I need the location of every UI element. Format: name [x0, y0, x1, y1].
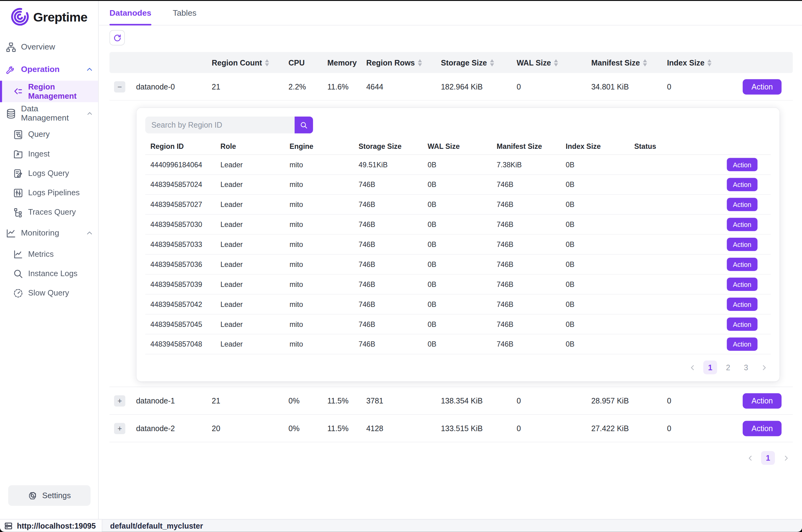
storage-size-cell: 746B [354, 300, 422, 308]
engine-cell: mito [284, 320, 354, 328]
sort-icon[interactable] [265, 59, 269, 66]
col-manifest-size[interactable]: Manifest Size [586, 58, 662, 67]
sidebar-item-label: Ingest [28, 149, 50, 158]
brand-logo: Greptime [0, 1, 98, 32]
metrics-icon [13, 249, 24, 260]
next-page-button[interactable] [757, 360, 771, 374]
role-cell: Leader [215, 201, 284, 209]
page-button-2[interactable]: 2 [721, 360, 735, 374]
sidebar-item-traces-query[interactable]: Traces Query [0, 202, 98, 222]
monitoring-icon [5, 228, 16, 239]
storage-size-cell: 746B [354, 340, 422, 348]
role-cell: Leader [215, 260, 284, 268]
tab-tables[interactable]: Tables [173, 1, 196, 25]
settings-button[interactable]: Settings [8, 485, 91, 506]
index-size-cell: 0B [560, 180, 629, 189]
manifest-size-cell: 746B [491, 320, 560, 328]
sidebar-item-overview[interactable]: Overview [0, 36, 98, 58]
prev-page-button[interactable] [743, 451, 757, 465]
region-row: 4483945857033 Leader mito 746B 0B 746B 0… [145, 235, 771, 254]
node-action-button[interactable]: Action [743, 79, 782, 94]
sidebar-item-metrics[interactable]: Metrics [0, 245, 98, 264]
region-action-button[interactable]: Action [727, 178, 758, 191]
sidebar-item-logs-query[interactable]: Logs Query [0, 164, 98, 183]
search-icon [300, 121, 308, 129]
server-url-segment[interactable]: http://localhost:19095 [0, 520, 102, 532]
region-action-button[interactable]: Action [727, 298, 758, 311]
brand-name: Greptime [33, 9, 87, 24]
next-page-button[interactable] [779, 451, 793, 465]
wal-size-cell: 0B [422, 160, 492, 169]
manifest-size-cell: 34.801 KiB [586, 82, 662, 91]
storage-size-cell: 746B [354, 180, 422, 189]
logs-pipelines-icon [13, 187, 24, 198]
prev-page-button[interactable] [685, 360, 699, 374]
sidebar-item-label: Region Management [28, 82, 93, 100]
chevron-left-icon [747, 454, 754, 461]
page-button-1[interactable]: 1 [761, 451, 775, 465]
sort-icon[interactable] [554, 59, 558, 66]
sidebar-item-data-management[interactable]: Data Management [0, 102, 98, 125]
collapse-row-button[interactable]: − [114, 81, 126, 92]
node-action-button[interactable]: Action [743, 393, 782, 408]
col-index-size[interactable]: Index Size [662, 58, 725, 67]
region-row: 4483945857042 Leader mito 746B 0B 746B 0… [145, 294, 771, 315]
page-button-1[interactable]: 1 [703, 360, 717, 374]
region-row: 4483945857048 Leader mito 746B 0B 746B 0… [145, 334, 771, 354]
index-size-cell: 0B [560, 201, 629, 209]
region-action-button[interactable]: Action [727, 238, 758, 251]
col-storage-size[interactable]: Storage Size [436, 58, 511, 67]
region-action-button[interactable]: Action [727, 318, 758, 331]
col-wal-size[interactable]: WAL Size [511, 58, 586, 67]
refresh-button[interactable] [110, 30, 125, 45]
settings-label: Settings [42, 491, 71, 500]
region-action-button[interactable]: Action [727, 278, 758, 291]
expand-row-button[interactable]: + [114, 422, 126, 434]
region-table-header: Region ID Role Engine Storage Size WAL S… [145, 137, 771, 155]
col-region-count[interactable]: Region Count [207, 58, 283, 67]
region-action-button[interactable]: Action [727, 337, 758, 350]
region-rows-cell: 4644 [361, 82, 436, 91]
sidebar-item-instance-logs[interactable]: Instance Logs [0, 264, 98, 283]
wal-size-cell: 0B [422, 201, 492, 209]
index-size-cell: 0B [560, 240, 629, 248]
storage-size-cell: 746B [354, 201, 422, 209]
region-management-icon [13, 86, 24, 97]
region-action-button[interactable]: Action [727, 258, 758, 271]
sort-icon[interactable] [643, 59, 647, 66]
region-action-button[interactable]: Action [727, 198, 758, 211]
gear-icon [28, 491, 38, 501]
sort-icon[interactable] [490, 59, 494, 66]
search-input[interactable] [145, 117, 294, 133]
col-status: Status [629, 142, 700, 150]
sidebar-item-region-management[interactable]: Region Management [0, 80, 98, 102]
region-search [145, 117, 771, 133]
region-action-button[interactable]: Action [727, 158, 758, 171]
expand-row-button[interactable]: + [114, 395, 126, 406]
sidebar-item-slow-query[interactable]: Slow Query [0, 283, 98, 303]
datanodes-pagination: 1 [110, 451, 793, 465]
sidebar-item-monitoring[interactable]: Monitoring [0, 222, 98, 245]
sidebar-item-label: Logs Pipelines [28, 188, 80, 197]
region-action-button[interactable]: Action [727, 218, 758, 231]
node-name-cell: datanode-2 [130, 424, 206, 433]
page-button-3[interactable]: 3 [739, 360, 753, 374]
col-region-rows[interactable]: Region Rows [361, 58, 436, 67]
search-button[interactable] [294, 117, 313, 133]
cluster-name[interactable]: default/default_mycluster [110, 521, 203, 530]
sort-icon[interactable] [708, 59, 712, 66]
sidebar-item-query[interactable]: Query [0, 125, 98, 144]
cpu-cell: 0% [283, 424, 322, 433]
sidebar-item-label: Logs Query [28, 169, 69, 178]
sidebar-item-operation[interactable]: Operation [0, 58, 98, 80]
role-cell: Leader [215, 180, 284, 189]
sidebar-item-label: Instance Logs [28, 269, 77, 278]
index-size-cell: 0 [662, 424, 725, 433]
sidebar-item-ingest[interactable]: Ingest [0, 144, 98, 164]
manifest-size-cell: 746B [491, 240, 560, 248]
tab-label: Tables [173, 8, 196, 18]
node-action-button[interactable]: Action [743, 421, 782, 436]
tab-datanodes[interactable]: Datanodes [110, 1, 151, 25]
sidebar-item-logs-pipelines[interactable]: Logs Pipelines [0, 183, 98, 202]
sort-icon[interactable] [418, 59, 422, 66]
